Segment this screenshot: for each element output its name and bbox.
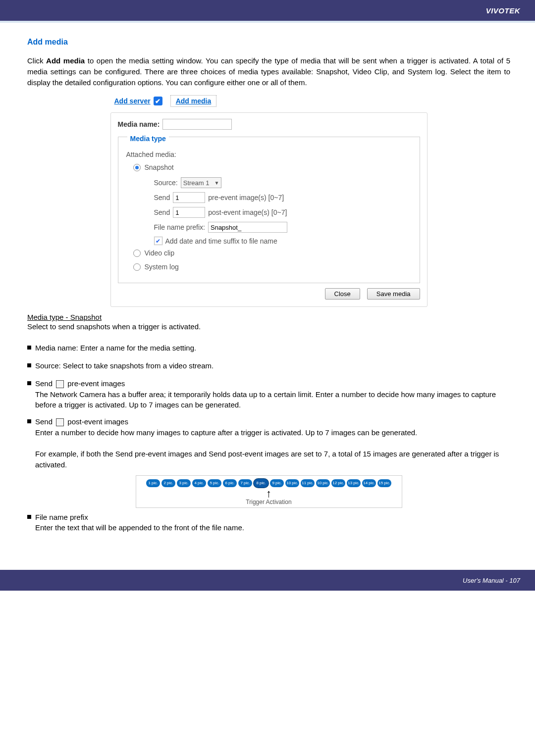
pic-chip-trigger: 8 pic.: [254, 479, 268, 488]
source-select[interactable]: Stream 1 ▼: [181, 177, 222, 188]
caret-down-icon: ▼: [214, 180, 219, 186]
radio-icon: [133, 250, 141, 257]
add-media-tab[interactable]: Add media: [170, 95, 217, 107]
send-label-pre: Send: [154, 194, 170, 202]
media-name-label: Media name:: [118, 120, 160, 128]
save-media-button[interactable]: Save media: [367, 288, 420, 300]
pic-chip: 12 pic.: [331, 479, 345, 487]
pics-row: 1 pic. 2 pic. 3 pic. 4 pic. 5 pic. 6 pic…: [140, 479, 398, 488]
pic-chip: 13 pic.: [347, 479, 361, 487]
bullet-media-name: Media name: Enter a name for the media s…: [27, 343, 510, 353]
trigger-figure: 1 pic. 2 pic. 3 pic. 4 pic. 5 pic. 6 pic…: [136, 475, 402, 508]
send-label-post: Send: [154, 208, 170, 216]
pic-chip: 2 pic.: [161, 479, 175, 487]
subsection-desc: Select to send snapshots when a trigger …: [27, 321, 510, 332]
brand-label: VIVOTEK: [486, 6, 520, 15]
para2: For example, if both the Send pre-event …: [35, 450, 499, 469]
lead: Send: [35, 379, 54, 388]
pic-chip: 7 pic.: [238, 479, 252, 487]
radio-icon: [133, 164, 141, 171]
dialog-tabs: Add server ✔ Add media: [110, 93, 428, 109]
pic-chip: 15 pic.: [377, 479, 391, 487]
bullet-pre-event: Send pre-event images The Network Camera…: [27, 378, 510, 410]
empty-box-icon: [56, 418, 64, 426]
close-button[interactable]: Close: [325, 288, 360, 300]
bullet-icon: [27, 363, 31, 367]
intro-bold: Add media: [46, 56, 85, 65]
bullet-text: Send post-event images Enter a number to…: [35, 416, 510, 470]
radio-video-clip[interactable]: Video clip: [133, 249, 414, 257]
pic-chip: 10 pic.: [316, 479, 330, 487]
pic-chip: 6 pic.: [223, 479, 237, 487]
intro-rest: to open the media setting window. You ca…: [27, 56, 510, 87]
radio-system-log[interactable]: System log: [133, 263, 414, 271]
bullet-text: File name prefix Enter the text that wil…: [35, 512, 244, 534]
radio-snapshot[interactable]: Snapshot: [133, 163, 414, 171]
date-suffix-label: Add date and time suffix to file name: [165, 237, 277, 245]
post-event-suffix: post-event image(s) [0~7]: [208, 208, 287, 216]
header-bar: VIVOTEK: [0, 0, 535, 21]
media-name-input[interactable]: [162, 119, 232, 130]
add-server-link[interactable]: Add server: [114, 97, 151, 105]
radio-video-label: Video clip: [145, 249, 174, 257]
post-event-input[interactable]: [173, 207, 205, 218]
radio-snapshot-label: Snapshot: [145, 163, 174, 171]
para1: Enter a number to decide how many images…: [35, 428, 417, 437]
bullet-icon: [27, 419, 31, 423]
para: Enter the text that will be appended to …: [35, 523, 244, 532]
pic-chip: 10 pic.: [285, 479, 299, 487]
dialog-screenshot: Add server ✔ Add media Media name: Media…: [110, 93, 428, 307]
empty-box-icon: [56, 380, 64, 388]
source-label: Source:: [154, 179, 178, 187]
bullet-icon: [27, 346, 31, 350]
radio-systemlog-label: System log: [145, 263, 179, 271]
bullet-filename-prefix: File name prefix Enter the text that wil…: [27, 512, 510, 534]
pic-chip: 5 pic.: [208, 479, 221, 487]
pic-chip: 3 pic.: [177, 479, 191, 487]
pic-chip: 4 pic.: [192, 479, 206, 487]
pre-event-input[interactable]: [173, 192, 205, 203]
bullet-source: Source: Select to take snapshots from a …: [27, 360, 510, 371]
title: File name prefix: [35, 513, 88, 521]
filename-prefix-label: File name prefix:: [154, 223, 205, 231]
bullet-text: Send pre-event images The Network Camera…: [35, 378, 510, 410]
attached-media-label: Attached media:: [126, 151, 414, 158]
lead: Send: [35, 417, 54, 426]
check-icon: ✔: [154, 97, 162, 105]
media-type-title: Media type: [127, 135, 169, 143]
media-type-fieldset: Media type Attached media: Snapshot Sour…: [118, 137, 420, 283]
section-heading: Add media: [27, 38, 510, 47]
radio-icon: [133, 263, 141, 271]
pre-event-suffix: pre-event image(s) [0~7]: [208, 194, 284, 202]
page-content: Add media Click Add media to open the me…: [0, 23, 535, 550]
footer-bar: User's Manual - 107: [0, 570, 535, 591]
trigger-label: Trigger Activation: [246, 499, 291, 505]
bullet-post-event: Send post-event images Enter a number to…: [27, 416, 510, 470]
para: The Network Camera has a buffer area; it…: [35, 390, 496, 409]
intro-paragraph: Click Add media to open the media settin…: [27, 55, 510, 88]
bullet-icon: [27, 381, 31, 385]
pic-chip: 1 pic.: [146, 479, 160, 487]
pic-chip: 11 pic.: [301, 479, 315, 487]
date-suffix-checkbox[interactable]: ✔: [154, 237, 162, 245]
footer-text: User's Manual - 107: [463, 577, 520, 584]
tail: post-event images: [65, 417, 128, 426]
arrow-up-icon: ↑: [266, 489, 271, 499]
dialog-panel: Media name: Media type Attached media: S…: [110, 112, 428, 307]
bullet-text: Media name: Enter a name for the media s…: [35, 343, 196, 353]
filename-prefix-input[interactable]: [208, 222, 287, 233]
subsection-title: Media type - Snapshot: [27, 313, 510, 321]
tail: pre-event images: [65, 379, 125, 388]
bullet-text: Source: Select to take snapshots from a …: [35, 360, 214, 371]
source-value: Stream 1: [183, 179, 210, 187]
intro-prefix: Click: [27, 56, 46, 65]
pic-chip: 14 pic.: [362, 479, 376, 487]
bullet-icon: [27, 515, 31, 519]
pic-chip: 9 pic.: [270, 479, 284, 487]
